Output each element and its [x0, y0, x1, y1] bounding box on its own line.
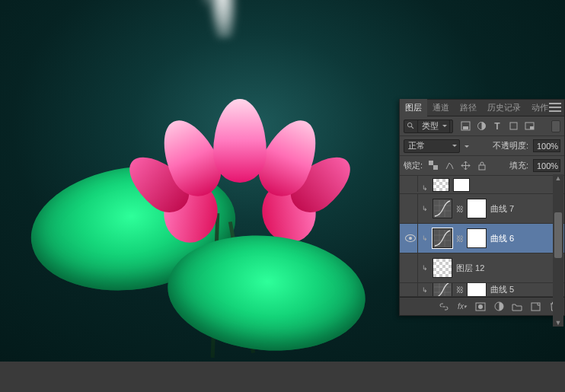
new-adjustment-icon[interactable] [493, 301, 505, 313]
layer-name-label[interactable]: 曲线 5 [490, 284, 561, 295]
layer-mask-thumbnail[interactable] [453, 178, 470, 192]
layers-panel: 图层通道路径历史记录动作 类型 T 正常 不透明度: 100% 锁定: 填充: … [399, 99, 565, 316]
visibility-toggle[interactable] [403, 194, 418, 223]
svg-rect-10 [479, 165, 485, 170]
lock-pixels-icon[interactable] [443, 160, 456, 172]
visibility-toggle[interactable] [403, 224, 418, 253]
clip-indicator-icon: ↳ [422, 286, 429, 294]
fill-label: 填充: [509, 160, 528, 171]
curves-adjustment-icon[interactable] [433, 283, 452, 297]
layer-thumbnail[interactable] [433, 178, 449, 192]
filter-toggle-switch[interactable] [551, 120, 560, 132]
search-icon [407, 122, 415, 130]
panel-footer: fx▾ [400, 297, 564, 315]
opacity-input[interactable]: 100% [533, 139, 560, 152]
mask-link-icon[interactable]: ⛓ [456, 285, 463, 294]
svg-rect-11 [434, 200, 451, 217]
panel-tabs: 图层通道路径历史记录动作 [400, 100, 564, 116]
clip-indicator-icon: ↳ [422, 264, 429, 272]
layers-list: ↳ ↳⛓曲线 7↳⛓曲线 6↳图层 12↳⛓曲线 5 [400, 176, 564, 297]
tab-1[interactable]: 通道 [427, 99, 455, 116]
fill-input[interactable]: 100% [533, 159, 560, 172]
layer-mask-thumbnail[interactable] [467, 283, 487, 297]
svg-rect-16 [434, 230, 451, 247]
panel-menu-icon[interactable] [549, 102, 561, 113]
clip-indicator-icon: ↳ [422, 205, 429, 212]
mask-link-icon[interactable]: ⛓ [456, 234, 463, 243]
svg-rect-3 [463, 126, 468, 129]
svg-line-1 [411, 126, 413, 129]
svg-rect-29 [531, 303, 540, 311]
scrollbar-thumb[interactable] [554, 212, 562, 258]
clip-indicator-icon: ↳ [422, 234, 429, 242]
visibility-toggle[interactable] [403, 176, 418, 192]
layer-mask-thumbnail[interactable] [467, 228, 487, 248]
blend-list-icon[interactable] [464, 145, 469, 150]
link-layers-icon[interactable] [438, 301, 450, 313]
svg-rect-5 [510, 123, 517, 129]
filter-type-icon[interactable]: T [491, 120, 503, 132]
svg-rect-21 [434, 283, 451, 297]
filter-type-dropdown[interactable]: 类型 [417, 120, 450, 133]
layer-row[interactable]: ↳⛓曲线 6 [400, 224, 564, 253]
layer-row[interactable]: ↳图层 12 [400, 253, 564, 283]
lock-transparency-icon[interactable] [427, 160, 440, 172]
new-group-icon[interactable] [511, 301, 523, 313]
svg-point-0 [407, 123, 412, 127]
filter-smart-icon[interactable] [523, 120, 535, 132]
add-mask-icon[interactable] [474, 301, 487, 313]
lock-label: 锁定: [404, 160, 423, 171]
svg-rect-9 [433, 165, 438, 170]
curves-adjustment-icon[interactable] [433, 228, 452, 248]
layer-row-partial-top[interactable]: ↳ [400, 176, 564, 194]
tab-2[interactable]: 路径 [455, 99, 482, 116]
filter-pixel-icon[interactable] [459, 120, 471, 132]
filter-adjustment-icon[interactable] [475, 120, 487, 132]
visibility-toggle[interactable] [403, 253, 418, 282]
blend-mode-dropdown[interactable]: 正常 [404, 139, 460, 153]
filter-shape-icon[interactable] [507, 120, 519, 132]
scroll-up-icon[interactable]: ▲ [554, 174, 562, 182]
layer-filter-row: 类型 T [400, 116, 564, 136]
layer-mask-thumbnail[interactable] [467, 199, 487, 218]
fx-icon[interactable]: fx▾ [456, 301, 468, 313]
new-layer-icon[interactable] [529, 301, 541, 313]
opacity-label: 不透明度: [493, 140, 528, 151]
layer-search[interactable]: 类型 [404, 120, 453, 133]
layer-thumbnail[interactable] [433, 258, 452, 278]
layer-name-label[interactable]: 曲线 7 [490, 203, 561, 215]
lotus-image [46, 107, 365, 358]
svg-rect-7 [530, 126, 534, 129]
layer-row[interactable]: ↳⛓曲线 7 [400, 194, 564, 224]
app-status-bar [0, 362, 565, 392]
tab-3[interactable]: 历史记录 [482, 99, 526, 116]
scroll-down-icon[interactable]: ▼ [554, 319, 562, 327]
tab-0[interactable]: 图层 [400, 99, 427, 116]
lock-all-icon[interactable] [475, 160, 488, 172]
svg-rect-8 [429, 161, 433, 165]
layer-name-label[interactable]: 图层 12 [456, 263, 561, 274]
clip-indicator-icon: ↳ [422, 184, 429, 192]
layer-row[interactable]: ↳⛓曲线 5 [400, 283, 564, 297]
mask-link-icon[interactable]: ⛓ [456, 205, 463, 213]
lock-fill-row: 锁定: 填充: 100% [400, 156, 564, 176]
layers-scrollbar[interactable]: ▲ ▼ [553, 174, 563, 327]
curves-adjustment-icon[interactable] [433, 199, 452, 218]
layer-name-label[interactable]: 曲线 6 [490, 233, 561, 244]
blend-opacity-row: 正常 不透明度: 100% [400, 136, 564, 156]
svg-point-27 [478, 304, 483, 309]
eye-icon [405, 234, 416, 242]
visibility-toggle[interactable] [403, 283, 418, 296]
lock-position-icon[interactable] [459, 160, 472, 172]
